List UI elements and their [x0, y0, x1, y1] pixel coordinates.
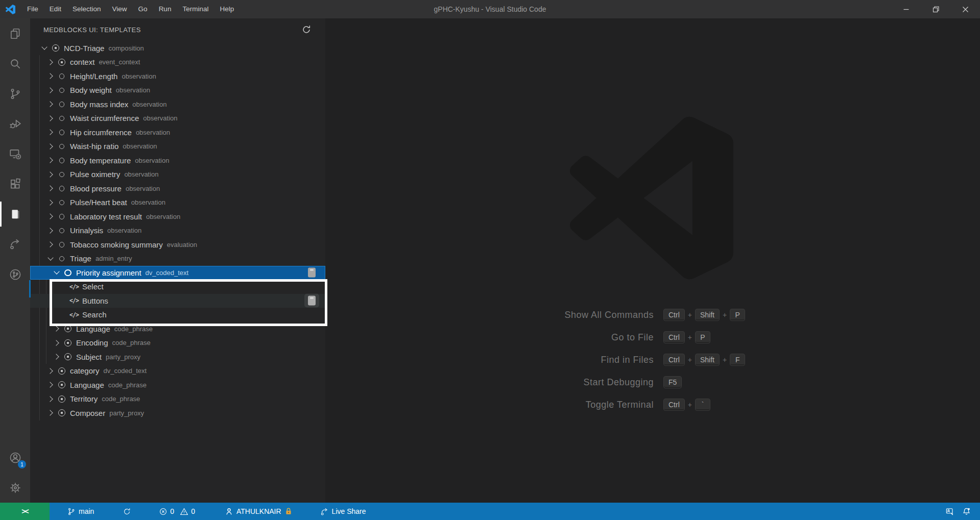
- menu-file[interactable]: File: [21, 0, 44, 18]
- accounts-button[interactable]: 1: [0, 442, 30, 473]
- tree-item-waist-hip-ratio[interactable]: Waist-hip ratioobservation: [30, 139, 325, 154]
- tree-item-select[interactable]: </>Select: [30, 280, 325, 294]
- tree-item-laboratory-test-result[interactable]: Laboratory test resultobservation: [30, 210, 325, 224]
- chevron-right-icon[interactable]: [46, 224, 55, 238]
- close-button[interactable]: [950, 0, 980, 18]
- activity-item-live-share[interactable]: [0, 229, 30, 259]
- shortcut-label: Find in Files: [460, 355, 654, 365]
- account-item[interactable]: ATHULKNAIR: [221, 503, 297, 520]
- menu-go[interactable]: Go: [133, 0, 153, 18]
- tree-item-category[interactable]: categorydv_coded_text: [30, 364, 325, 378]
- chevron-right-icon[interactable]: [46, 55, 55, 69]
- tree-item-ncd-triage[interactable]: NCD-Triagecomposition: [30, 41, 325, 56]
- problems-item[interactable]: 0 0: [155, 503, 199, 520]
- chevron-right-icon[interactable]: [46, 378, 55, 392]
- feedback-button[interactable]: [941, 507, 958, 516]
- menu-terminal[interactable]: Terminal: [177, 0, 214, 18]
- chevron-right-icon[interactable]: [46, 182, 55, 196]
- tree-item-subject[interactable]: Subjectparty_proxy: [30, 350, 325, 364]
- restore-button[interactable]: [921, 0, 950, 18]
- tree-item-composer[interactable]: Composerparty_proxy: [30, 406, 325, 420]
- settings-button[interactable]: [0, 473, 30, 503]
- chevron-right-icon[interactable]: [46, 69, 55, 84]
- tree-item-body-temperature[interactable]: Body temperatureobservation: [30, 154, 325, 168]
- tree-item-language[interactable]: Languagecode_phrase: [30, 378, 325, 392]
- shortcut-keys: Ctrl+P: [662, 331, 712, 343]
- tree-item-body-weight[interactable]: Body weightobservation: [30, 83, 325, 97]
- tree-item-tobacco-smoking-summary[interactable]: Tobacco smoking summaryevaluation: [30, 238, 325, 252]
- activity-item-search[interactable]: [0, 48, 30, 79]
- chevron-down-icon[interactable]: [46, 252, 55, 266]
- chevron-right-icon[interactable]: [46, 83, 55, 97]
- chevron-right-icon[interactable]: [52, 336, 61, 350]
- chevron-right-icon[interactable]: [46, 139, 55, 154]
- tree-item-pulse-heart-beat[interactable]: Pulse/Heart beatobservation: [30, 195, 325, 210]
- chevron-right-icon[interactable]: [46, 210, 55, 224]
- notifications-button[interactable]: [958, 507, 975, 516]
- chevron-right-icon[interactable]: [46, 167, 55, 182]
- tree-item-context[interactable]: contextevent_context: [30, 55, 325, 69]
- activity-item-remote-explorer[interactable]: [0, 139, 30, 169]
- menu-edit[interactable]: Edit: [44, 0, 67, 18]
- activity-bar: 1: [0, 18, 30, 503]
- remote-indicator[interactable]: ><: [0, 503, 50, 520]
- tree-item-height-length[interactable]: Height/Lengthobservation: [30, 69, 325, 84]
- tree-item-hip-circumference[interactable]: Hip circumferenceobservation: [30, 126, 325, 140]
- circle-dot-icon: [57, 392, 66, 406]
- tree-item-body-mass-index[interactable]: Body mass indexobservation: [30, 97, 325, 112]
- tree-item-territory[interactable]: Territorycode_phrase: [30, 392, 325, 406]
- chevron-down-icon[interactable]: [52, 266, 61, 280]
- tree-item-search[interactable]: </>Search: [30, 308, 325, 322]
- chevron-right-icon[interactable]: [46, 195, 55, 210]
- clipboard-icon[interactable]: [308, 268, 316, 278]
- activity-item-medblocks-ui[interactable]: [0, 199, 30, 229]
- chevron-right-icon[interactable]: [46, 97, 55, 112]
- sync-button[interactable]: [118, 503, 135, 520]
- refresh-icon[interactable]: [302, 25, 311, 34]
- chevron-right-icon[interactable]: [46, 154, 55, 168]
- tree-item-pulse-oximetry[interactable]: Pulse oximetryobservation: [30, 167, 325, 182]
- plus-separator: +: [688, 401, 692, 409]
- live-share-item[interactable]: Live Share: [316, 503, 370, 520]
- tree-item-blood-pressure[interactable]: Blood pressureobservation: [30, 182, 325, 196]
- menu-view[interactable]: View: [107, 0, 133, 18]
- chevron-right-icon[interactable]: [46, 238, 55, 252]
- chevron-right-icon[interactable]: [46, 364, 55, 378]
- activity-item-git-graph[interactable]: [0, 259, 30, 289]
- tree-item-waist-circumference[interactable]: Waist circumferenceobservation: [30, 111, 325, 126]
- clipboard-icon[interactable]: [308, 296, 316, 306]
- chevron-down-icon[interactable]: [40, 41, 49, 56]
- activity-item-extensions[interactable]: [0, 169, 30, 199]
- tree-item-urinalysis[interactable]: Urinalysisobservation: [30, 224, 325, 238]
- error-icon: [159, 507, 168, 516]
- menu-run[interactable]: Run: [153, 0, 177, 18]
- tree-item-type: code_phrase: [102, 395, 140, 403]
- window-controls: [891, 0, 980, 18]
- plus-separator: +: [688, 356, 692, 364]
- tree-item-buttons[interactable]: </>Buttons: [30, 294, 325, 308]
- tree-item-type: observation: [136, 129, 170, 136]
- chevron-right-icon[interactable]: [46, 111, 55, 126]
- activity-item-explorer[interactable]: [0, 18, 30, 48]
- live-share-icon: [9, 238, 22, 251]
- tree-item-triage[interactable]: Triageadmin_entry: [30, 252, 325, 266]
- key-badge: F: [730, 354, 745, 366]
- menu-help[interactable]: Help: [214, 0, 240, 18]
- bell-icon: [962, 507, 971, 516]
- key-badge: `: [695, 399, 710, 411]
- tree-item-language[interactable]: Languagecode_phrase: [30, 322, 325, 336]
- chevron-right-icon[interactable]: [52, 350, 61, 364]
- chevron-right-icon[interactable]: [46, 392, 55, 406]
- activity-item-run-and-debug[interactable]: [0, 109, 30, 139]
- minimize-button[interactable]: [891, 0, 921, 18]
- chevron-right-icon[interactable]: [46, 126, 55, 140]
- chevron-right-icon[interactable]: [52, 322, 61, 336]
- tree-item-label: Subject: [76, 353, 102, 361]
- chevron-right-icon[interactable]: [46, 406, 55, 420]
- branch-item[interactable]: main: [63, 503, 98, 520]
- tree-item-priority-assignment[interactable]: Priority assignmentdv_coded_text: [30, 266, 325, 280]
- menu-selection[interactable]: Selection: [67, 0, 107, 18]
- tree-item-label: Body mass index: [70, 100, 128, 109]
- tree-item-encoding[interactable]: Encodingcode_phrase: [30, 336, 325, 350]
- activity-item-source-control[interactable]: [0, 79, 30, 109]
